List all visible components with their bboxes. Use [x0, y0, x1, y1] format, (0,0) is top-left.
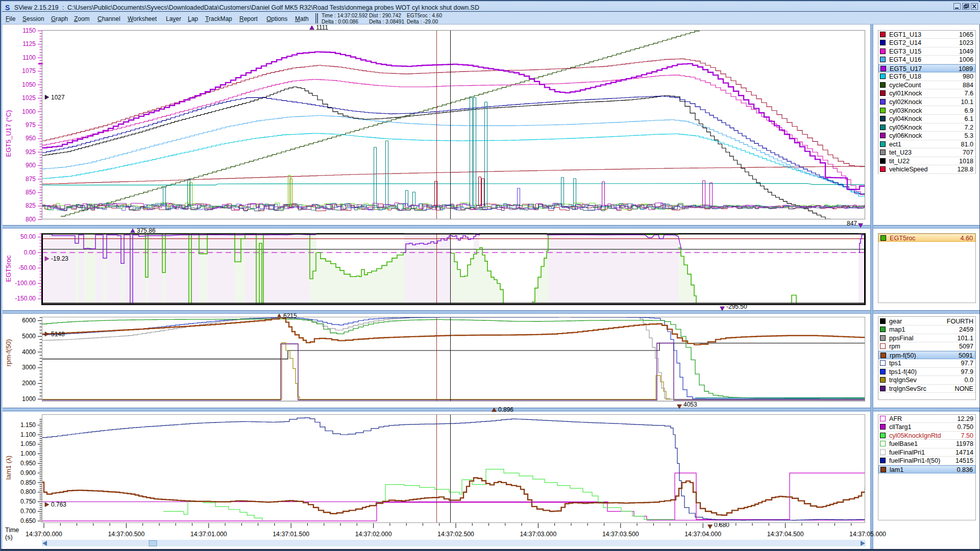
svg-text:0.680: 0.680	[714, 521, 729, 529]
svg-text:1111: 1111	[316, 24, 328, 31]
svg-text:1027: 1027	[51, 94, 65, 101]
svg-text:-19.23: -19.23	[51, 255, 68, 262]
svg-text:5148: 5148	[51, 331, 65, 338]
svg-text:375.86: 375.86	[137, 227, 156, 234]
svg-text:-295.50: -295.50	[726, 303, 747, 310]
svg-text:0.763: 0.763	[51, 501, 66, 508]
svg-text:4053: 4053	[683, 401, 697, 408]
svg-text:847: 847	[847, 220, 857, 227]
svg-text:6215: 6215	[283, 312, 297, 319]
svg-text:0.896: 0.896	[498, 406, 513, 413]
